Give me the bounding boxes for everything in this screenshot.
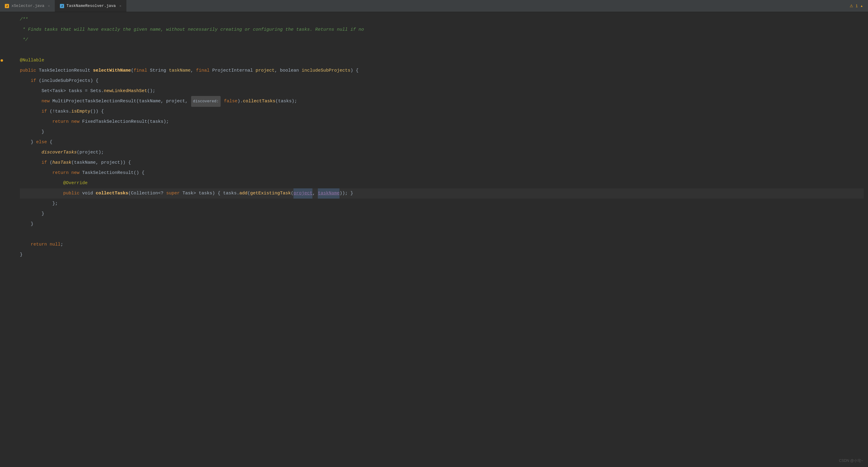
- code-token: Task> tasks) { tasks.: [182, 188, 239, 198]
- code-token: @Override: [63, 178, 88, 188]
- gutter-line: [0, 106, 15, 117]
- code-line: }: [20, 209, 864, 219]
- warning-indicator: ⚠ 1 ▲: [850, 4, 868, 8]
- code-token: Set<Task> tasks = Sets.: [20, 86, 104, 96]
- code-token: (: [50, 158, 52, 168]
- code-token: }: [20, 137, 36, 148]
- code-token: [221, 96, 224, 106]
- code-line: }: [20, 219, 864, 229]
- code-line: return new FixedTaskSelectionResult(task…: [20, 117, 864, 127]
- code-line: @Nullable: [20, 55, 864, 66]
- code-token: }: [20, 127, 44, 137]
- code-token: };: [20, 198, 58, 209]
- gutter-line: [0, 158, 15, 168]
- gutter-line: [0, 35, 15, 45]
- gutter-line: [0, 96, 15, 106]
- gutter-line: [0, 148, 15, 158]
- code-token: {: [50, 137, 52, 148]
- warning-icon: ⚠: [850, 4, 853, 8]
- gutter-line: [0, 117, 15, 127]
- code-line: Set<Task> tasks = Sets. newLinkedHashSet…: [20, 86, 864, 96]
- code-token: final: [134, 66, 150, 76]
- code-token: (includeSubProjects) {: [39, 76, 98, 86]
- code-token: ,: [190, 66, 196, 76]
- code-line: }: [20, 127, 864, 137]
- gutter-line: [0, 137, 15, 148]
- code-line: }: [20, 250, 864, 260]
- gutter-line: [0, 178, 15, 188]
- code-token: /**: [20, 14, 28, 25]
- code-line-current: public void collectTasks (Collection<? s…: [20, 188, 864, 198]
- code-token: newLinkedHashSet: [104, 86, 147, 96]
- code-token: [20, 178, 63, 188]
- code-token: return: [52, 117, 71, 127]
- gutter-line: [0, 240, 15, 250]
- code-token: else: [36, 137, 50, 148]
- code-token: getExistingTask: [250, 188, 291, 198]
- code-token: taskName: [169, 66, 190, 76]
- code-token: if: [41, 158, 50, 168]
- code-token: add: [239, 188, 247, 198]
- code-token: [20, 188, 63, 198]
- code-token: [20, 240, 31, 250]
- code-token: )); }: [340, 188, 353, 198]
- code-token: selectWithName: [93, 66, 131, 76]
- gutter-line: [0, 188, 15, 198]
- code-token: null: [50, 240, 61, 250]
- tab-close-active-icon[interactable]: ✕: [120, 4, 122, 8]
- code-area: /** * Finds tasks that will have exactly…: [0, 12, 868, 467]
- code-token: (Collection<?: [128, 188, 166, 198]
- java-icon: J: [5, 4, 9, 8]
- tab-xselector[interactable]: J xSelector.java ✕: [0, 0, 55, 12]
- code-token: TaskSelectionResult: [39, 66, 93, 76]
- warning-count: 1: [856, 4, 858, 8]
- tab-close-icon[interactable]: ✕: [48, 4, 50, 8]
- gutter-line: [0, 76, 15, 86]
- gutter-line: [0, 25, 15, 35]
- code-line: if (includeSubProjects) {: [20, 76, 864, 86]
- code-token: */: [20, 35, 28, 45]
- code-token: taskName: [318, 188, 340, 198]
- tab-tasknameresolver[interactable]: J TaskNameResolver.java ✕: [55, 0, 126, 12]
- gutter-line: [0, 45, 15, 55]
- code-token: * Finds tasks that will have exactly the…: [20, 25, 364, 35]
- code-token: if: [41, 106, 50, 117]
- code-line: [20, 45, 864, 55]
- gutter-line: [0, 14, 15, 25]
- code-token: [20, 168, 52, 178]
- gutter-line: [0, 127, 15, 137]
- code-token: project: [255, 66, 275, 76]
- code-token: hasTask: [52, 158, 71, 168]
- code-token: discoverTasks: [41, 148, 77, 158]
- code-token: collectTasks: [96, 188, 128, 198]
- code-token: (project);: [77, 148, 104, 158]
- code-token: isEmpty: [71, 106, 90, 117]
- code-token: includeSubProjects: [302, 66, 350, 76]
- code-token: [20, 148, 41, 158]
- code-token: [20, 96, 41, 106]
- code-token: ();: [147, 86, 155, 96]
- code-line: if (!tasks. isEmpty ()) {: [20, 106, 864, 117]
- code-line: discoverTasks (project);: [20, 148, 864, 158]
- code-line: /**: [20, 14, 864, 25]
- code-token: (: [291, 188, 293, 198]
- gutter-line: [0, 86, 15, 96]
- code-token: (: [131, 66, 134, 76]
- code-token: ,: [312, 188, 318, 198]
- param-hint: discovered:: [191, 96, 221, 107]
- code-token: ) {: [350, 66, 359, 76]
- tab-label: TaskNameResolver.java: [66, 4, 116, 8]
- code-token: ;: [61, 240, 63, 250]
- code-line: if ( hasTask (taskName, project)) {: [20, 158, 864, 168]
- code-token: ProjectInternal: [212, 66, 255, 76]
- code-line: @Override: [20, 178, 864, 188]
- code-line: [20, 229, 864, 240]
- code-line: * Finds tasks that will have exactly the…: [20, 25, 864, 35]
- scrollbar[interactable]: [864, 12, 868, 467]
- code-token: ,: [275, 66, 280, 76]
- code-token: new: [41, 96, 52, 106]
- code-token: MultiProjectTaskSelectionResult(taskName…: [52, 96, 190, 106]
- code-token: void: [82, 188, 96, 198]
- watermark: CSDN @小宅~: [839, 458, 863, 463]
- code-token: new: [71, 168, 82, 178]
